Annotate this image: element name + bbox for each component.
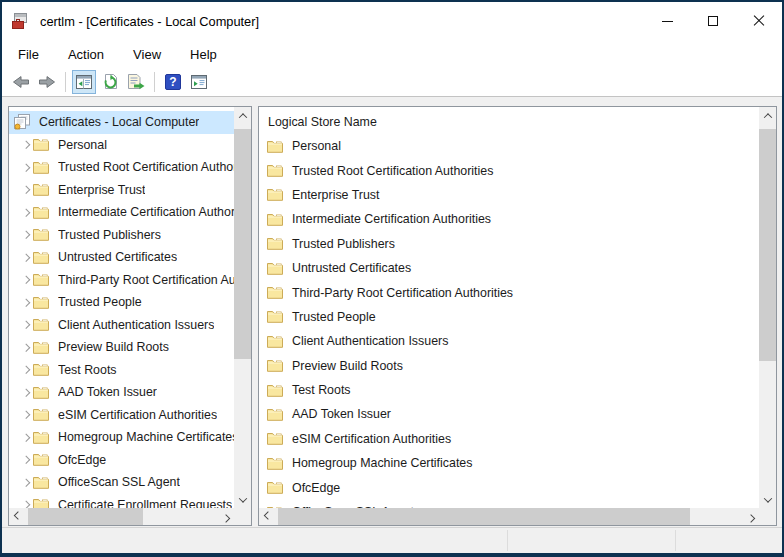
tree-item[interactable]: Test Roots — [9, 359, 234, 382]
tree-item[interactable]: Certificate Enrollment Requests — [9, 494, 234, 509]
export-list-button[interactable] — [124, 70, 148, 94]
menu-action[interactable]: Action — [58, 43, 114, 66]
chevron-right-icon[interactable] — [18, 187, 33, 193]
tree-vscroll-thumb[interactable] — [234, 129, 251, 359]
tree-hscroll-thumb[interactable] — [28, 508, 143, 525]
show-console-tree-button[interactable] — [72, 70, 96, 94]
folder-icon — [267, 432, 283, 445]
menu-help[interactable]: Help — [180, 43, 227, 66]
list-item[interactable]: Client Authentication Issuers — [259, 329, 759, 353]
list-item-label: Intermediate Certification Authorities — [292, 212, 491, 226]
status-bar — [2, 527, 782, 553]
list-item-label: eSIM Certification Authorities — [292, 432, 451, 446]
tree-item[interactable]: Untrusted Certificates — [9, 246, 234, 269]
chevron-right-icon[interactable] — [18, 277, 33, 283]
chevron-right-icon[interactable] — [18, 165, 33, 171]
list-item[interactable]: Trusted Publishers — [259, 232, 759, 256]
list-item[interactable]: Preview Build Roots — [259, 354, 759, 378]
chevron-right-icon[interactable] — [18, 457, 33, 463]
console-content: Certificates - Local Computer Personal T… — [2, 97, 782, 527]
chevron-right-icon[interactable] — [18, 390, 33, 396]
list-item[interactable]: Third-Party Root Certification Authoriti… — [259, 280, 759, 304]
scroll-right-icon[interactable] — [217, 508, 234, 525]
tree-item[interactable]: Homegroup Machine Certificates — [9, 426, 234, 449]
list-item[interactable]: Intermediate Certification Authorities — [259, 207, 759, 231]
close-button[interactable] — [736, 2, 782, 40]
tree-item[interactable]: Client Authentication Issuers — [9, 314, 234, 337]
scroll-left-icon[interactable] — [9, 508, 26, 525]
export-list-icon — [127, 74, 145, 91]
show-action-pane-button[interactable] — [187, 70, 211, 94]
scroll-left-icon[interactable] — [259, 508, 276, 525]
list-hscroll-thumb[interactable] — [278, 508, 690, 525]
title-bar[interactable]: certlm - [Certificates - Local Computer] — [2, 2, 782, 40]
back-button[interactable] — [9, 70, 33, 94]
menu-file[interactable]: File — [8, 43, 49, 66]
tree-item[interactable]: Trusted Publishers — [9, 224, 234, 247]
list-item[interactable]: AAD Token Issuer — [259, 402, 759, 426]
folder-icon — [267, 310, 283, 323]
list-item[interactable]: Trusted Root Certification Authorities — [259, 158, 759, 182]
tree-root-certificates-local-computer[interactable]: Certificates - Local Computer — [9, 111, 234, 134]
tree-root-label: Certificates - Local Computer — [39, 115, 199, 129]
scroll-up-icon[interactable] — [234, 107, 251, 124]
tree-item[interactable]: Enterprise Trust — [9, 179, 234, 202]
list-vertical-scrollbar[interactable] — [759, 107, 776, 508]
tree-item[interactable]: Intermediate Certification Authorities — [9, 201, 234, 224]
chevron-right-icon[interactable] — [18, 435, 33, 441]
chevron-right-icon[interactable] — [18, 232, 33, 238]
chevron-right-icon[interactable] — [18, 255, 33, 261]
maximize-button[interactable] — [690, 2, 736, 40]
folder-icon — [267, 188, 283, 201]
list-item[interactable]: Test Roots — [259, 378, 759, 402]
tree-vertical-scrollbar[interactable] — [234, 107, 251, 508]
help-button[interactable]: ? — [161, 70, 185, 94]
tree-item[interactable]: eSIM Certification Authorities — [9, 404, 234, 427]
list-item[interactable]: Enterprise Trust — [259, 183, 759, 207]
scrollbar-corner — [234, 508, 251, 525]
chevron-right-icon[interactable] — [18, 322, 33, 328]
tree-item[interactable]: Personal — [9, 134, 234, 157]
forward-button[interactable] — [35, 70, 59, 94]
list-item[interactable]: eSIM Certification Authorities — [259, 427, 759, 451]
list-item[interactable]: Trusted People — [259, 305, 759, 329]
column-header-logical-store-name[interactable]: Logical Store Name — [259, 110, 759, 134]
folder-icon — [267, 408, 283, 421]
tree-horizontal-scrollbar[interactable] — [9, 508, 234, 525]
folder-icon — [267, 359, 283, 372]
chevron-right-icon[interactable] — [18, 412, 33, 418]
list-item[interactable]: Untrusted Certificates — [259, 256, 759, 280]
list-item[interactable]: OfcEdge — [259, 475, 759, 499]
chevron-right-icon[interactable] — [18, 142, 33, 148]
chevron-right-icon[interactable] — [18, 300, 33, 306]
scroll-down-icon[interactable] — [234, 491, 251, 508]
list-vscroll-thumb[interactable] — [759, 129, 776, 361]
list-horizontal-scrollbar[interactable] — [259, 508, 759, 525]
scroll-right-icon[interactable] — [742, 508, 759, 525]
chevron-right-icon[interactable] — [18, 210, 33, 216]
refresh-button[interactable] — [98, 70, 122, 94]
tree-item[interactable]: Preview Build Roots — [9, 336, 234, 359]
list-item[interactable]: Personal — [259, 134, 759, 158]
chevron-right-icon[interactable] — [18, 367, 33, 373]
folder-icon — [267, 457, 283, 470]
chevron-right-icon[interactable] — [18, 480, 33, 486]
scroll-down-icon[interactable] — [759, 491, 776, 508]
folder-icon-slot — [33, 294, 51, 310]
chevron-right-icon[interactable] — [18, 345, 33, 351]
list-item[interactable]: OfficeScan SSL Agent — [259, 500, 759, 508]
tree-item[interactable]: AAD Token Issuer — [9, 381, 234, 404]
status-bar-divider — [507, 530, 508, 551]
scroll-up-icon[interactable] — [759, 107, 776, 124]
tree-item[interactable]: Trusted People — [9, 291, 234, 314]
tree-item[interactable]: OfficeScan SSL Agent — [9, 471, 234, 494]
tree-item[interactable]: OfcEdge — [9, 449, 234, 472]
menu-view[interactable]: View — [123, 43, 171, 66]
tree-item[interactable]: Trusted Root Certification Authorities — [9, 156, 234, 179]
tree-item[interactable]: Third-Party Root Certification Authoriti… — [9, 269, 234, 292]
chevron-right-icon[interactable] — [18, 502, 33, 508]
list-item[interactable]: Homegroup Machine Certificates — [259, 451, 759, 475]
folder-icon-slot — [267, 285, 285, 301]
tree-item-label: OfficeScan SSL Agent — [58, 475, 180, 489]
minimize-button[interactable] — [644, 2, 690, 40]
